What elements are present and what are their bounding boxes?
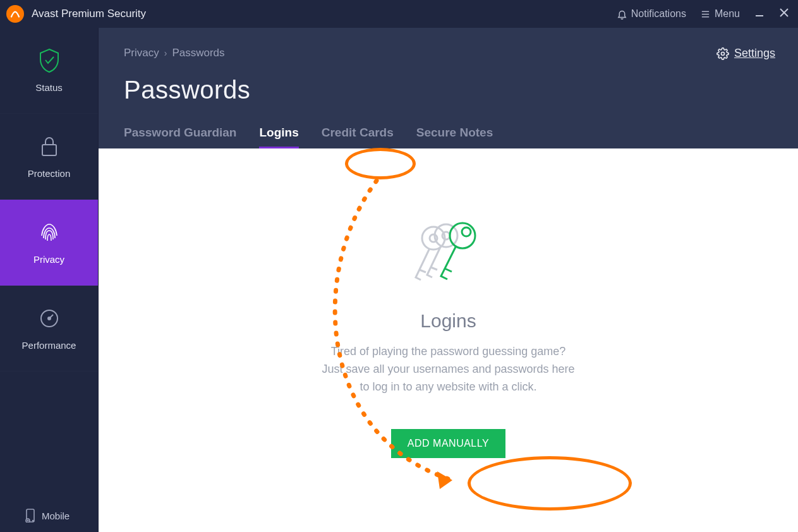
svg-rect-6 [42,145,56,155]
page-title: Passwords [124,76,773,104]
svg-point-18 [435,224,457,247]
tab-password-guardian[interactable]: Password Guardian [124,126,236,148]
breadcrumb-root[interactable]: Privacy [124,47,159,59]
sidebar-item-label: Performance [22,340,76,351]
svg-point-15 [721,52,724,55]
empty-state-line1: Tired of playing the password guessing g… [331,343,566,361]
sidebar-mobile-label: Mobile [42,511,70,521]
app-logo-icon [6,5,24,23]
svg-point-19 [442,232,450,239]
shield-check-icon [37,48,62,73]
tab-label: Credit Cards [322,126,394,139]
tab-logins[interactable]: Logins [259,126,298,148]
lock-icon [37,134,62,159]
svg-point-11 [33,521,33,521]
sidebar-item-privacy[interactable]: Privacy [0,200,98,286]
notifications-label: Notifications [631,8,686,20]
tab-secure-notes[interactable]: Secure Notes [416,126,493,148]
tab-label: Secure Notes [416,126,493,139]
mobile-icon [25,509,35,523]
empty-state-title: Logins [420,310,476,332]
breadcrumb: Privacy › Passwords [124,47,773,59]
chevron-right-icon: › [164,48,167,58]
settings-link[interactable]: Settings [716,47,775,60]
sidebar-item-protection[interactable]: Protection [0,114,98,200]
gauge-icon [37,306,62,331]
close-icon [779,8,789,18]
content-area: Logins Tired of playing the password gue… [99,148,798,532]
sidebar-item-label: Protection [28,168,71,179]
sidebar-item-label: Privacy [33,254,64,265]
svg-point-21 [462,227,471,236]
sidebar-item-mobile[interactable]: Mobile [0,499,98,532]
notifications-button[interactable]: Notifications [617,8,686,20]
sidebar-item-label: Status [35,82,63,93]
svg-line-9 [49,315,53,318]
settings-label: Settings [734,47,775,60]
minimize-icon [755,8,764,17]
breadcrumb-current: Passwords [172,47,224,59]
tab-credit-cards[interactable]: Credit Cards [322,126,394,148]
empty-state-line2: Just save all your usernames and passwor… [322,361,574,378]
sidebar-item-status[interactable]: Status [0,28,98,114]
bell-icon [617,9,627,20]
sidebar: Status Protection Privacy Performance Mo… [0,28,99,532]
titlebar: Avast Premium Security Notifications Men… [0,0,798,28]
fingerprint-icon [37,220,62,245]
menu-label: Menu [715,8,740,20]
tabs: Password Guardian Logins Credit Cards Se… [99,104,798,148]
empty-state-line3: to log in to any website with a click. [360,378,536,396]
add-manually-button[interactable]: ADD MANUALLY [391,429,505,458]
minimize-button[interactable] [755,8,764,20]
sidebar-item-performance[interactable]: Performance [0,286,98,372]
main-panel: Settings Privacy › Passwords Passwords P… [99,28,798,532]
tab-label: Password Guardian [124,126,236,139]
gear-icon [716,47,729,60]
app-title: Avast Premium Security [32,8,146,20]
close-button[interactable] [779,8,789,20]
keys-icon [404,218,493,287]
hamburger-icon [700,9,711,20]
menu-button[interactable]: Menu [700,8,740,20]
tab-label: Logins [259,126,298,139]
